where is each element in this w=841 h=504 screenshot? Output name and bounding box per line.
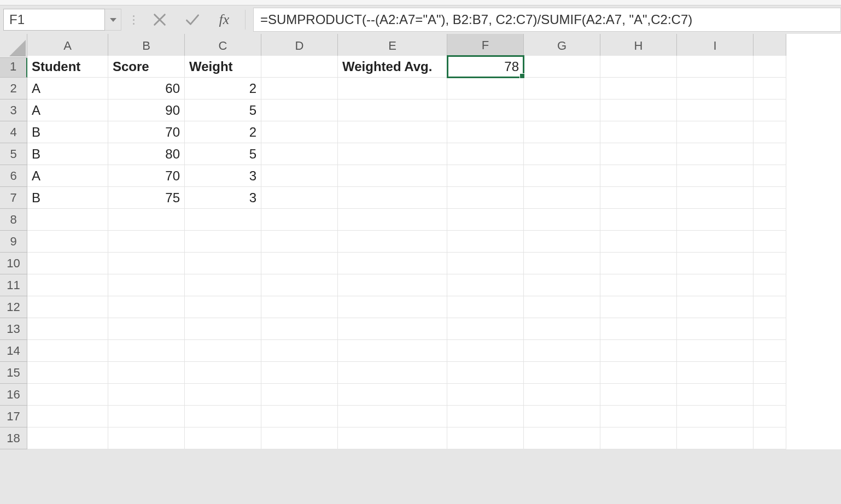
cell-A7[interactable]: B	[27, 187, 108, 209]
cell-B18[interactable]	[108, 427, 185, 449]
cell-D9[interactable]	[261, 231, 338, 253]
column-header-F[interactable]: F	[447, 34, 524, 58]
row-header-2[interactable]: 2	[0, 78, 27, 99]
cell-D2[interactable]	[261, 78, 338, 99]
cell-B1[interactable]: Score	[108, 56, 185, 78]
cell-I1[interactable]	[677, 56, 754, 78]
cell-A3[interactable]: A	[27, 99, 108, 121]
column-header-trailing[interactable]	[754, 34, 786, 58]
cell-H4[interactable]	[600, 121, 677, 143]
cell-F1[interactable]: 78	[447, 56, 524, 78]
cell-D15[interactable]	[261, 362, 338, 384]
cell-H11[interactable]	[600, 274, 677, 296]
row-header-1[interactable]: 1	[0, 56, 27, 78]
cell-B8[interactable]	[108, 209, 185, 231]
cell-trailing-11[interactable]	[754, 274, 786, 296]
cell-A5[interactable]: B	[27, 143, 108, 165]
cell-A12[interactable]	[27, 296, 108, 318]
cell-B4[interactable]: 70	[108, 121, 185, 143]
cell-A16[interactable]	[27, 384, 108, 406]
cell-E6[interactable]	[338, 165, 447, 187]
cell-A2[interactable]: A	[27, 78, 108, 99]
cell-trailing-6[interactable]	[754, 165, 786, 187]
cell-B15[interactable]	[108, 362, 185, 384]
cell-C4[interactable]: 2	[185, 121, 261, 143]
cancel-entry-button[interactable]	[145, 8, 174, 32]
cell-trailing-9[interactable]	[754, 231, 786, 253]
cell-trailing-7[interactable]	[754, 187, 786, 209]
cell-trailing-4[interactable]	[754, 121, 786, 143]
cell-E7[interactable]	[338, 187, 447, 209]
cell-trailing-13[interactable]	[754, 318, 786, 340]
cell-F16[interactable]	[447, 384, 524, 406]
cell-H7[interactable]	[600, 187, 677, 209]
cell-H14[interactable]	[600, 340, 677, 362]
cell-I8[interactable]	[677, 209, 754, 231]
cell-I4[interactable]	[677, 121, 754, 143]
cell-A6[interactable]: A	[27, 165, 108, 187]
cell-F15[interactable]	[447, 362, 524, 384]
cell-H10[interactable]	[600, 253, 677, 274]
cell-C13[interactable]	[185, 318, 261, 340]
cell-F13[interactable]	[447, 318, 524, 340]
cell-H13[interactable]	[600, 318, 677, 340]
cell-B16[interactable]	[108, 384, 185, 406]
cell-C14[interactable]	[185, 340, 261, 362]
cell-B11[interactable]	[108, 274, 185, 296]
row-header-15[interactable]: 15	[0, 362, 27, 384]
cell-D18[interactable]	[261, 427, 338, 449]
cell-H16[interactable]	[600, 384, 677, 406]
cell-trailing-1[interactable]	[754, 56, 786, 78]
cell-C11[interactable]	[185, 274, 261, 296]
enter-entry-button[interactable]	[178, 8, 207, 32]
cell-I12[interactable]	[677, 296, 754, 318]
cell-G16[interactable]	[524, 384, 600, 406]
cell-H3[interactable]	[600, 99, 677, 121]
cell-F3[interactable]	[447, 99, 524, 121]
cell-G13[interactable]	[524, 318, 600, 340]
cell-G3[interactable]	[524, 99, 600, 121]
cell-trailing-18[interactable]	[754, 427, 786, 449]
cell-D7[interactable]	[261, 187, 338, 209]
cell-E18[interactable]	[338, 427, 447, 449]
cell-A14[interactable]	[27, 340, 108, 362]
row-header-13[interactable]: 13	[0, 318, 27, 340]
row-header-12[interactable]: 12	[0, 296, 27, 318]
cell-F17[interactable]	[447, 406, 524, 427]
cell-H1[interactable]	[600, 56, 677, 78]
cell-trailing-2[interactable]	[754, 78, 786, 99]
cell-I9[interactable]	[677, 231, 754, 253]
cell-E15[interactable]	[338, 362, 447, 384]
cell-I15[interactable]	[677, 362, 754, 384]
cell-I3[interactable]	[677, 99, 754, 121]
cell-C9[interactable]	[185, 231, 261, 253]
column-header-A[interactable]: A	[27, 34, 108, 58]
cell-G7[interactable]	[524, 187, 600, 209]
row-header-8[interactable]: 8	[0, 209, 27, 231]
cell-D3[interactable]	[261, 99, 338, 121]
cell-F11[interactable]	[447, 274, 524, 296]
cell-I2[interactable]	[677, 78, 754, 99]
cell-G14[interactable]	[524, 340, 600, 362]
cell-D14[interactable]	[261, 340, 338, 362]
cell-I5[interactable]	[677, 143, 754, 165]
cell-A4[interactable]: B	[27, 121, 108, 143]
cell-A10[interactable]	[27, 253, 108, 274]
cell-H5[interactable]	[600, 143, 677, 165]
cell-D5[interactable]	[261, 143, 338, 165]
row-header-6[interactable]: 6	[0, 165, 27, 187]
cell-E17[interactable]	[338, 406, 447, 427]
cell-H15[interactable]	[600, 362, 677, 384]
cell-E5[interactable]	[338, 143, 447, 165]
cell-B5[interactable]: 80	[108, 143, 185, 165]
cell-C17[interactable]	[185, 406, 261, 427]
cell-I17[interactable]	[677, 406, 754, 427]
cell-F18[interactable]	[447, 427, 524, 449]
cell-F6[interactable]	[447, 165, 524, 187]
cell-D16[interactable]	[261, 384, 338, 406]
cell-trailing-15[interactable]	[754, 362, 786, 384]
cell-B7[interactable]: 75	[108, 187, 185, 209]
cell-E1[interactable]: Weighted Avg.	[338, 56, 447, 78]
cell-B12[interactable]	[108, 296, 185, 318]
cell-A1[interactable]: Student	[27, 56, 108, 78]
